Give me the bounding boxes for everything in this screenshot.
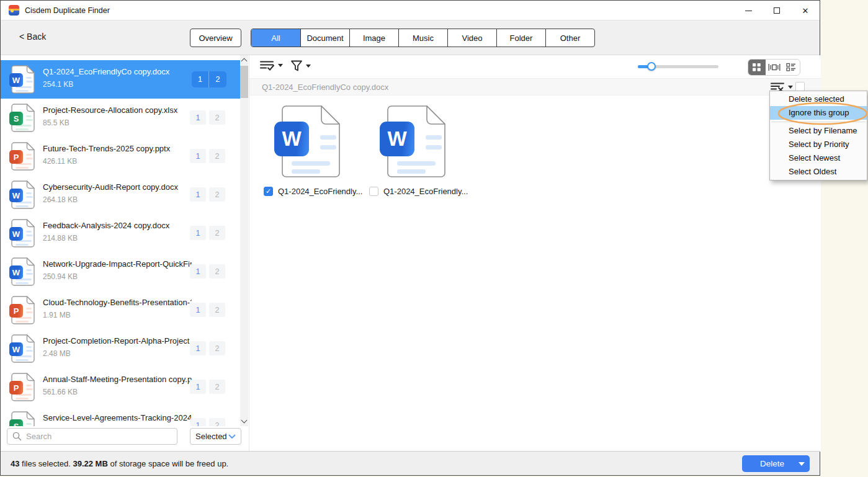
badge-count-2: 2 xyxy=(209,187,225,202)
menu-item-ignore-this-group[interactable]: Ignore this group xyxy=(770,106,867,120)
group-actions-context-menu: Delete selectedIgnore this groupSelect b… xyxy=(769,91,867,181)
group-count-badges: 1 2 xyxy=(190,303,225,317)
file-checkbox[interactable] xyxy=(369,187,378,196)
group-select-all-checkbox[interactable] xyxy=(795,82,805,91)
duplicate-files-area: W ✓ Q1-2024_EcoFriendly... W Q1-2024_Eco… xyxy=(249,96,821,452)
scrollbar-thumb[interactable] xyxy=(240,66,248,98)
file-type-icon: W xyxy=(11,334,35,363)
grid-view-button[interactable] xyxy=(748,60,766,75)
duplicate-group-item[interactable]: W Cybersecurity-Audit-Report copy.docx 2… xyxy=(1,176,240,214)
close-button[interactable]: ✕ xyxy=(791,1,820,20)
duplicate-file-card[interactable]: W ✓ Q1-2024_EcoFriendly... xyxy=(262,105,362,196)
badge-count-1: 1 xyxy=(190,303,206,317)
sidebar-scrollbar[interactable] xyxy=(240,55,248,426)
tab-video[interactable]: Video xyxy=(447,29,496,47)
duplicate-group-item[interactable]: P Future-Tech-Trends-2025 copy.pptx 426.… xyxy=(1,137,240,176)
tab-other[interactable]: Other xyxy=(545,29,594,47)
badge-count-2: 2 xyxy=(209,71,226,87)
file-type-letter: P xyxy=(9,381,23,395)
duplicate-file-card[interactable]: W Q1-2024_EcoFriendly... xyxy=(367,105,468,196)
group-header-bar: Q1-2024_EcoFriendlyCo copy.docx xyxy=(249,78,821,96)
menu-item-select-by-priority[interactable]: Select by Priority xyxy=(770,138,867,151)
group-file-size: 85.5 KB xyxy=(43,118,192,127)
header-toolbar: < Back Overview AllDocumentImageMusicVid… xyxy=(1,20,820,55)
tab-document[interactable]: Document xyxy=(300,29,349,47)
group-count-badges: 1 2 xyxy=(190,187,225,202)
word-document-icon[interactable]: W xyxy=(282,105,340,177)
scroll-down-icon[interactable] xyxy=(241,417,248,424)
list-view-button[interactable] xyxy=(782,60,800,75)
file-type-letter: P xyxy=(9,304,23,318)
scroll-up-icon[interactable] xyxy=(241,58,248,65)
dropdown-caret-icon xyxy=(306,65,311,68)
compare-view-button[interactable] xyxy=(766,60,783,75)
duplicate-group-item[interactable]: P Annual-Staff-Meeting-Presentation copy… xyxy=(1,368,240,406)
file-type-letter: W xyxy=(9,227,23,241)
tab-music[interactable]: Music xyxy=(398,29,447,47)
badge-count-2: 2 xyxy=(209,149,225,163)
tab-folder[interactable]: Folder xyxy=(496,29,545,47)
group-count-badges: 1 2 xyxy=(190,226,225,240)
duplicate-group-item[interactable]: W Q1-2024_EcoFriendlyCo copy.docx 254.1 … xyxy=(1,60,240,99)
group-file-name: Cloud-Technology-Benefits-Presentation-2… xyxy=(43,298,192,307)
duplicate-group-item[interactable]: W Feedback-Analysis-2024 copy.docx 214.8… xyxy=(1,214,240,252)
file-type-letter: S xyxy=(9,112,23,125)
duplicate-group-item[interactable]: S Service-Level-Agreements-Tracking-2024… xyxy=(1,406,240,426)
slider-thumb[interactable] xyxy=(647,62,656,71)
badge-count-2: 2 xyxy=(209,341,225,355)
window-title: Cisdem Duplicate Finder xyxy=(25,6,110,15)
file-checkbox[interactable]: ✓ xyxy=(264,187,273,196)
badge-count-1: 1 xyxy=(190,187,206,202)
tab-image[interactable]: Image xyxy=(349,29,398,47)
word-document-icon[interactable]: W xyxy=(387,105,445,177)
search-input[interactable] xyxy=(7,428,177,445)
file-type-icon: W xyxy=(11,257,35,286)
menu-item-delete-selected[interactable]: Delete selected xyxy=(770,92,867,106)
filter-button[interactable] xyxy=(290,60,311,72)
file-name-label: Q1-2024_EcoFriendly... xyxy=(383,187,468,196)
select-options-button[interactable] xyxy=(260,60,283,71)
badge-count-1: 1 xyxy=(192,71,209,87)
group-file-name: Project-Resource-Allocation copy.xlsx xyxy=(43,105,192,115)
selection-summary: 43 files selected. 39.22 MB of storage s… xyxy=(11,459,228,468)
freed-size: 39.22 MB xyxy=(73,459,107,468)
selection-filter-dropdown[interactable]: Selected xyxy=(190,428,241,445)
back-button[interactable]: < Back xyxy=(19,32,46,42)
group-file-size: 250.94 KB xyxy=(43,272,192,281)
main-toolbar xyxy=(249,55,821,78)
minimize-button[interactable] xyxy=(734,1,763,20)
tab-label: Folder xyxy=(510,33,533,43)
group-file-name: Cybersecurity-Audit-Report copy.docx xyxy=(43,182,192,192)
duplicate-group-item[interactable]: W Network-Upgrade-Impact-Report-QuickFin… xyxy=(1,252,240,291)
menu-item-select-oldest[interactable]: Select Oldest xyxy=(770,165,867,179)
badge-count-2: 2 xyxy=(209,418,225,426)
file-type-icon: S xyxy=(11,104,35,132)
thumbnail-zoom-slider[interactable] xyxy=(638,65,718,68)
badge-count-1: 1 xyxy=(190,380,206,394)
grid-view-icon xyxy=(752,63,761,72)
minimize-icon xyxy=(745,11,752,11)
group-count-badges: 1 2 xyxy=(190,149,225,163)
tab-label: All xyxy=(271,33,280,43)
file-type-letter: W xyxy=(9,73,23,87)
delete-button-label: Delete xyxy=(742,459,794,468)
duplicate-group-item[interactable]: S Project-Resource-Allocation copy.xlsx … xyxy=(1,99,240,137)
menu-item-select-newest[interactable]: Select Newest xyxy=(770,151,867,165)
menu-item-select-by-filename[interactable]: Select by Filename xyxy=(770,124,867,138)
overview-button[interactable]: Overview xyxy=(190,29,241,47)
group-count-badges: 1 2 xyxy=(190,110,225,125)
maximize-button[interactable] xyxy=(763,1,791,20)
compare-view-icon xyxy=(768,63,781,72)
file-type-icon: W xyxy=(11,181,35,209)
delete-dropdown-arrow[interactable] xyxy=(794,462,810,466)
file-type-letter: P xyxy=(9,150,23,164)
file-type-icon: S xyxy=(11,411,35,426)
tab-all[interactable]: All xyxy=(251,29,300,47)
group-file-size: 1.91 MB xyxy=(43,311,192,319)
duplicate-group-item[interactable]: W Project-Completion-Report-Alpha-Projec… xyxy=(1,329,240,368)
main-pane: Q1-2024_EcoFriendlyCo copy.docx xyxy=(249,55,821,452)
group-file-name: Feedback-Analysis-2024 copy.docx xyxy=(43,221,192,230)
delete-button[interactable]: Delete xyxy=(742,455,810,472)
group-count-badges: 1 2 xyxy=(190,341,225,355)
duplicate-group-item[interactable]: P Cloud-Technology-Benefits-Presentation… xyxy=(1,291,240,329)
